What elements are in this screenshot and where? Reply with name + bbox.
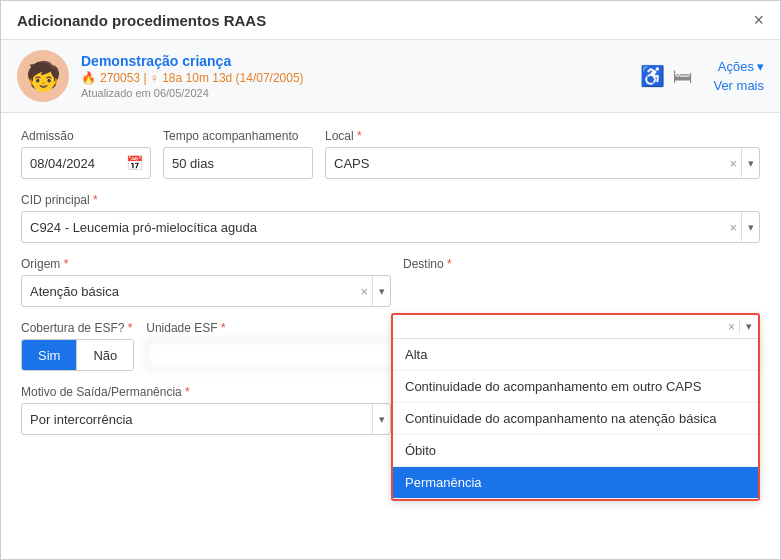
- destino-option-atencao-basica[interactable]: Continuidade do acompanhamento na atençã…: [393, 403, 758, 435]
- row-origem: Origem * × ▾ Destino *: [21, 257, 760, 307]
- group-destino-placeholder: Destino *: [403, 257, 760, 271]
- origem-arrow-button[interactable]: ▾: [372, 275, 391, 307]
- tempo-label: Tempo acompanhamento: [163, 129, 313, 143]
- group-origem: Origem * × ▾: [21, 257, 391, 307]
- motivo-select-wrapper: ▾: [21, 403, 391, 435]
- destino-arrow-button[interactable]: ▾: [739, 320, 752, 333]
- destino-option-outro-caps[interactable]: Continuidade do acompanhamento em outro …: [393, 371, 758, 403]
- unidade-required: *: [221, 321, 226, 335]
- patient-details: 🔥 270053 | ♀ 18a 10m 13d (14/07/2005): [81, 71, 628, 85]
- wheelchair-icon: ♿: [640, 64, 665, 88]
- cid-input[interactable]: [21, 211, 760, 243]
- cobertura-sim-button[interactable]: Sim: [22, 340, 77, 370]
- local-required: *: [357, 129, 362, 143]
- admissao-input[interactable]: [21, 147, 151, 179]
- fire-icon: 🔥: [81, 71, 96, 85]
- row-admissao: Admissão 📅 Tempo acompanhamento Local *: [21, 129, 760, 179]
- destino-search-input[interactable]: [399, 319, 728, 334]
- group-cobertura: Cobertura de ESF? * Sim Não: [21, 321, 134, 371]
- local-input[interactable]: [325, 147, 760, 179]
- cid-clear-button[interactable]: ×: [725, 220, 741, 235]
- avatar-emoji: 🧒: [26, 60, 61, 93]
- modal-title: Adicionando procedimentos RAAS: [17, 12, 266, 29]
- group-motivo: Motivo de Saída/Permanência * ▾: [21, 385, 391, 435]
- cobertura-label: Cobertura de ESF? *: [21, 321, 134, 335]
- acoes-button[interactable]: Ações ▾: [718, 59, 764, 74]
- cobertura-required: *: [128, 321, 133, 335]
- destino-label: Destino *: [403, 257, 760, 271]
- destino-dropdown: × ▾ Alta Continuidade do acompanhamento …: [391, 313, 760, 501]
- bed-icon: 🛏: [673, 65, 693, 88]
- group-cid: CID principal * × ▾: [21, 193, 760, 243]
- motivo-input[interactable]: [21, 403, 391, 435]
- patient-actions: Ações ▾ Ver mais: [713, 59, 764, 93]
- local-select-wrapper: × ▾: [325, 147, 760, 179]
- destino-required: *: [447, 257, 452, 271]
- patient-id: 270053 | ♀ 18a 10m 13d (14/07/2005): [100, 71, 304, 85]
- motivo-arrow-button[interactable]: ▾: [372, 403, 391, 435]
- patient-name: Demonstração criança: [81, 53, 628, 69]
- patient-updated: Atualizado em 06/05/2024: [81, 87, 628, 99]
- modal-body: Admissão 📅 Tempo acompanhamento Local *: [1, 113, 780, 559]
- cid-label: CID principal *: [21, 193, 760, 207]
- destino-option-alta[interactable]: Alta: [393, 339, 758, 371]
- cid-required: *: [93, 193, 98, 207]
- destino-option-permanencia[interactable]: Permanência: [393, 467, 758, 499]
- modal-header: Adicionando procedimentos RAAS ×: [1, 1, 780, 40]
- cid-arrow-button[interactable]: ▾: [741, 211, 760, 243]
- destino-search-bar: × ▾: [393, 315, 758, 339]
- origem-input[interactable]: [21, 275, 391, 307]
- cobertura-toggle: Sim Não: [21, 339, 134, 371]
- destino-clear-button[interactable]: ×: [728, 320, 735, 334]
- origem-select-wrapper: × ▾: [21, 275, 391, 307]
- local-label: Local *: [325, 129, 760, 143]
- admissao-label: Admissão: [21, 129, 151, 143]
- avatar: 🧒: [17, 50, 69, 102]
- cid-select-wrapper: × ▾: [21, 211, 760, 243]
- local-arrow-button[interactable]: ▾: [741, 147, 760, 179]
- destino-option-obito[interactable]: Óbito: [393, 435, 758, 467]
- tempo-input[interactable]: [163, 147, 313, 179]
- chevron-down-icon: ▾: [757, 59, 764, 74]
- motivo-required: *: [185, 385, 190, 399]
- group-admissao: Admissão 📅: [21, 129, 151, 179]
- patient-info: Demonstração criança 🔥 270053 | ♀ 18a 10…: [81, 53, 628, 99]
- cobertura-nao-button[interactable]: Não: [77, 340, 133, 370]
- group-tempo: Tempo acompanhamento: [163, 129, 313, 179]
- patient-icons: ♿ 🛏: [640, 64, 693, 88]
- motivo-label: Motivo de Saída/Permanência *: [21, 385, 391, 399]
- local-clear-button[interactable]: ×: [725, 156, 741, 171]
- patient-bar: 🧒 Demonstração criança 🔥 270053 | ♀ 18a …: [1, 40, 780, 113]
- admissao-input-wrapper: 📅: [21, 147, 151, 179]
- modal-container: Adicionando procedimentos RAAS × 🧒 Demon…: [0, 0, 781, 560]
- origem-label: Origem *: [21, 257, 391, 271]
- origem-clear-button[interactable]: ×: [356, 284, 372, 299]
- group-local: Local * × ▾: [325, 129, 760, 179]
- row-cid: CID principal * × ▾: [21, 193, 760, 243]
- origem-required: *: [64, 257, 69, 271]
- ver-mais-button[interactable]: Ver mais: [713, 78, 764, 93]
- close-button[interactable]: ×: [753, 11, 764, 29]
